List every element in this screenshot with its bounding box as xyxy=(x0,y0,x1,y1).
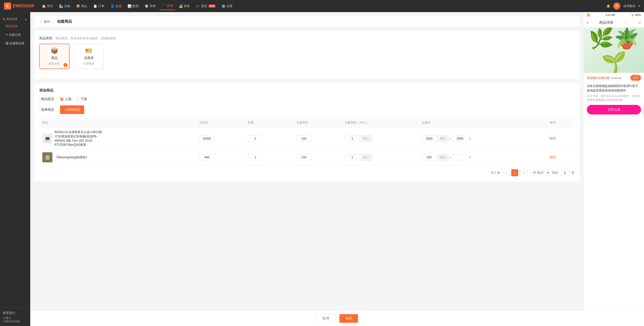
app-icon: 📱 xyxy=(162,4,166,8)
extra-price-input-2[interactable] xyxy=(452,154,467,160)
data-icon: 📊 xyxy=(127,4,132,8)
table-row: 🖼️ 《Riesongebirge的黑色》 xyxy=(39,150,574,165)
required-mark2: * xyxy=(39,108,41,112)
weight-cell-2 xyxy=(245,150,293,165)
nav-store[interactable]: 🏪 店铺 xyxy=(56,3,73,10)
limit-count-input[interactable] xyxy=(345,136,360,142)
type-section-label: 商品类型 商品类型，商品保存后无法修改，请谨慎选择 xyxy=(39,36,574,41)
price-container-2: 积分 + 元 xyxy=(422,154,544,161)
exchange-stock-cell xyxy=(293,128,342,150)
limit-cell: 件/人 xyxy=(342,128,418,150)
phone-product-sub: 今天下单，将于2019-03-21前发货，大件家具委合致电确认北欧真皮沙发 xyxy=(584,94,644,103)
sidebar: ■ 商品管理 ▲ 商品列表 ↻ 兑换记录 ☰ 轮播图设置 联系我们 小童斗 17… xyxy=(0,12,30,326)
weight-input-2[interactable] xyxy=(248,154,263,160)
sidebar-item-goods-list[interactable]: 商品列表 xyxy=(2,22,29,31)
add-product-button[interactable]: + 添加商品 xyxy=(60,105,84,114)
tutorial-link[interactable]: 使用教程 xyxy=(623,4,635,8)
nav-goods[interactable]: 📦 商品 xyxy=(74,3,90,10)
nav-course[interactable]: 🎓 课流 NEW xyxy=(194,3,218,10)
type-card-goods[interactable]: 📦 商品 物流发货 ✓ xyxy=(39,44,70,69)
weight-cell xyxy=(245,128,293,150)
col-limit: 兑换限制（件/人） xyxy=(342,118,418,128)
bell-icon[interactable]: 🔔 xyxy=(606,4,610,8)
weight-input[interactable] xyxy=(248,136,263,142)
nav-settings[interactable]: ⚙️ 设置 xyxy=(219,3,235,10)
plant-image: 🌿🪴🌱 xyxy=(584,27,644,73)
nav-home[interactable]: 🏠 首页 xyxy=(39,3,55,10)
nav-finance[interactable]: 💰 财务 xyxy=(176,3,192,10)
radio-on-shelf-circle xyxy=(60,97,63,101)
pagination: 共 2 条 ‹ 1 › 20 条/页 跳至 页 xyxy=(39,165,574,176)
user-avatar[interactable]: 用 xyxy=(613,3,620,10)
logo[interactable]: E EWEISHOP xyxy=(4,3,34,10)
required-mark: * xyxy=(39,97,41,101)
yuan-unit: 元 xyxy=(468,136,471,141)
limit-count-input-2[interactable] xyxy=(345,154,360,160)
phone-share-button[interactable]: 分享 xyxy=(630,75,641,81)
nav-members[interactable]: 👤 会员 xyxy=(108,3,124,10)
nav-data-label: 数据 xyxy=(133,4,139,8)
page-jump: 跳至 页 xyxy=(552,170,574,176)
store-icon: 🏪 xyxy=(59,4,63,8)
col-exchange-stock: 兑换库存 xyxy=(293,118,342,128)
radio-off-shelf[interactable]: 下架 xyxy=(76,97,87,101)
marketing-icon: 🛡️ xyxy=(145,4,149,8)
table-header-row: 商品 总库存 权重 兑换库存 兑换限制（件/人） 兑换价 操作 xyxy=(39,118,574,128)
sidebar-item-exchange-records[interactable]: ↻ 兑换记录 xyxy=(2,31,29,39)
nav-app[interactable]: 📱 应用 xyxy=(159,2,175,10)
delete-button-1[interactable]: 删除 xyxy=(550,137,556,140)
type-card-coupon[interactable]: 🎫 优惠券 无需物流 xyxy=(74,44,104,69)
nav-members-label: 会员 xyxy=(115,4,121,8)
battery-icon: 🔋 100% xyxy=(631,14,641,16)
extra-price-input[interactable] xyxy=(452,136,467,142)
exchange-stock-input-2[interactable] xyxy=(296,154,311,160)
jump-page-input[interactable] xyxy=(560,170,570,176)
total-stock-input-2[interactable] xyxy=(199,154,214,160)
phone-buy-button[interactable]: 立即兑换 xyxy=(587,105,641,114)
nav-data[interactable]: 📊 数据 xyxy=(125,3,141,10)
phone-more-icon[interactable]: ··· xyxy=(624,20,627,25)
save-button[interactable]: 保存 xyxy=(339,314,358,323)
points-input[interactable] xyxy=(422,136,437,142)
bottom-actions: 取消 保存 xyxy=(30,311,644,326)
course-icon: 🎓 xyxy=(196,4,200,8)
table-body: 💻 ROG幻14 轻薄商务办公设计师14英寸2K屏游戏笔记本电脑(锐龙R9-49… xyxy=(39,128,574,165)
nav-orders[interactable]: 📋 订单 xyxy=(91,3,107,10)
phone-price-original: ¥190.00 xyxy=(611,77,622,80)
sidebar-item-banner-settings[interactable]: ☰ 轮播图设置 xyxy=(2,39,29,48)
plus-icon-2: + xyxy=(449,155,451,159)
yuan-unit-2: 元 xyxy=(468,155,471,160)
add-icon: + xyxy=(64,108,66,112)
exchange-stock-input[interactable] xyxy=(296,136,311,142)
price-container: 积分 + 元 xyxy=(422,135,544,142)
phone-back-icon[interactable]: ‹ xyxy=(587,20,588,25)
radio-on-shelf[interactable]: 上架 xyxy=(60,97,72,101)
content-area: ← 返回 | 创建商品 商品类型 商品类型，商品保存后无法修改，请谨慎选择 📦 … xyxy=(34,16,579,200)
product-name: ROG幻14 轻薄商务办公设计师14英寸2K屏游戏笔记本电脑(锐龙R9-4900… xyxy=(54,130,105,147)
limit-container: 件/人 xyxy=(345,135,415,142)
contact-phone: 17667552398 xyxy=(3,320,27,323)
topnav-right: 🔔 用 使用教程 ▾ xyxy=(606,3,640,10)
product-status-row: * 商品状态 上架 下架 xyxy=(39,97,574,101)
product-info-2: 🖼️ 《Riesongebirge的黑色》 xyxy=(42,152,193,162)
phone-refresh-icon[interactable]: ↺ xyxy=(638,21,641,25)
scrollbar[interactable] xyxy=(643,106,643,116)
next-page-button[interactable]: › xyxy=(520,169,527,176)
sidebar-bottom: 联系我们 小童斗 17667552398 xyxy=(0,308,30,326)
phone-header: ‹ 商品详情 ··· ↺ xyxy=(584,18,644,27)
back-button[interactable]: ← 返回 xyxy=(39,19,50,24)
prev-page-button[interactable]: ‹ xyxy=(502,169,509,176)
per-page-select[interactable]: 20 条/页 xyxy=(529,169,550,176)
signal-icon: 📶 xyxy=(587,14,590,16)
points-input-2[interactable] xyxy=(422,154,437,160)
delete-button-2[interactable]: 删除 xyxy=(550,156,556,159)
goods-icon: 📦 xyxy=(76,4,80,8)
cancel-button[interactable]: 取消 xyxy=(316,314,335,323)
section-arrow: ▲ xyxy=(24,18,27,21)
goods-type-icon: 📦 xyxy=(51,47,58,54)
page-1-button[interactable]: 1 xyxy=(511,169,518,176)
nav-marketing[interactable]: 🛡️ 营销 xyxy=(142,3,158,10)
jump-label: 跳至 xyxy=(552,171,558,175)
nav-orders-label: 订单 xyxy=(98,4,104,8)
total-stock-input[interactable] xyxy=(199,136,214,142)
